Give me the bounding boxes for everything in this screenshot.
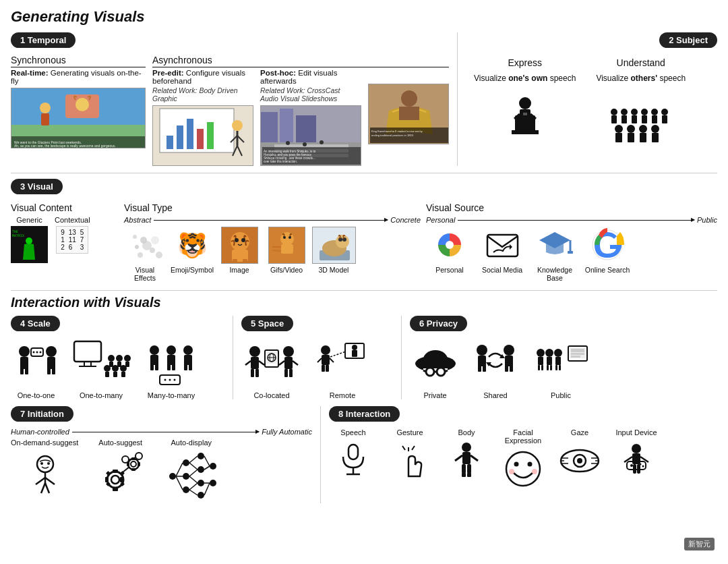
svg-point-204 — [554, 349, 562, 357]
svg-rect-218 — [571, 356, 580, 358]
svg-rect-13 — [187, 119, 193, 149]
svg-line-170 — [279, 361, 284, 365]
svg-line-257 — [176, 463, 183, 476]
svg-rect-3 — [41, 113, 49, 125]
svg-rect-300 — [632, 453, 640, 464]
privacy-block: 6 Privacy — [402, 316, 717, 399]
autosuggest-icon — [92, 449, 149, 503]
svg-rect-194 — [478, 365, 481, 372]
space-badge: 5 Space — [241, 316, 293, 331]
ondemand-label: On-demand-suggest — [11, 439, 78, 447]
svg-line-276 — [402, 446, 405, 450]
svg-point-2 — [40, 103, 51, 113]
svg-marker-108 — [510, 244, 512, 250]
svg-point-247 — [169, 473, 176, 480]
express-label: Express — [508, 57, 542, 68]
svg-rect-106 — [484, 227, 521, 264]
svg-rect-217 — [571, 353, 584, 355]
svg-point-53 — [621, 109, 628, 115]
svg-rect-63 — [662, 115, 667, 123]
type-image-label: Image — [229, 266, 249, 274]
svg-point-40 — [401, 90, 417, 107]
svg-rect-173 — [289, 369, 293, 377]
svg-rect-216 — [571, 349, 584, 352]
body-icon — [452, 439, 482, 486]
presenter-icon — [491, 88, 559, 149]
space-items: Co-located — [241, 338, 393, 399]
svg-rect-123 — [47, 366, 51, 374]
temporal-badge: 1 Temporal — [11, 32, 75, 48]
gesture-label: Gesture — [396, 428, 423, 436]
posthoc-related: Related Work: CrossCastAudio Visual Slid… — [260, 86, 361, 103]
svg-point-155 — [169, 379, 171, 381]
svg-point-67 — [651, 125, 659, 133]
svg-text:Ah, as you can see, the landsc: Ah, as you can see, the landscape is rea… — [14, 144, 116, 148]
svg-point-131 — [124, 355, 131, 362]
svg-point-113 — [19, 346, 30, 357]
initiation-autosuggest: Auto-suggest — [92, 439, 149, 503]
preedit-image — [152, 105, 253, 166]
content-contextual: Contextual 9135 1117 263 — [55, 216, 90, 254]
express-desc: Visualize one's own speech — [474, 74, 576, 83]
svg-point-65 — [627, 125, 635, 133]
async-sub-cols: Pre-edit: Configure visuals beforehand R… — [152, 69, 449, 166]
svg-rect-308 — [637, 464, 640, 474]
svg-point-130 — [116, 355, 123, 362]
personal-public-arrow — [458, 220, 694, 221]
svg-text:over take this interaction.: over take this interaction. — [264, 160, 297, 163]
svg-rect-150 — [184, 355, 192, 365]
space-colocated-label: Co-located — [253, 391, 289, 399]
body-label: Body — [458, 428, 475, 436]
public-icon — [530, 338, 591, 389]
svg-line-262 — [189, 470, 198, 476]
svg-point-104 — [342, 237, 346, 242]
svg-rect-58 — [611, 115, 617, 123]
understand-label: Understand — [617, 57, 665, 68]
svg-point-75 — [26, 237, 32, 244]
posthoc-svg: An interesting walk from Shinjuku, is to… — [261, 105, 361, 166]
abstract-label: Abstract — [124, 216, 151, 224]
fully-automatic-label: Fully Automatic — [262, 428, 312, 436]
svg-point-304 — [630, 464, 633, 467]
posthoc-image: An interesting walk from Shinjuku, is to… — [260, 105, 361, 166]
temporal-sub-row: Synchronous Real-time: Generating visual… — [11, 55, 449, 166]
svg-point-289 — [532, 469, 537, 474]
svg-rect-146 — [167, 355, 175, 365]
svg-rect-142 — [150, 355, 158, 365]
svg-line-243 — [123, 467, 129, 472]
privacy-public: Public — [530, 338, 591, 399]
one-to-one-icon — [11, 338, 61, 389]
scale-badge: 4 Scale — [11, 316, 60, 331]
svg-point-33 — [320, 140, 324, 144]
subject-badge: 2 Subject — [659, 32, 717, 48]
svg-point-254 — [198, 492, 204, 499]
svg-rect-197 — [505, 356, 513, 366]
svg-rect-136 — [117, 362, 121, 367]
svg-point-88 — [241, 238, 245, 242]
source-personal: Personal — [426, 227, 473, 274]
posthoc-desc: Post-hoc: Edit visuals afterwards — [260, 69, 361, 85]
source-social-media: Social Media — [479, 227, 526, 274]
svg-rect-148 — [172, 364, 175, 370]
svg-rect-281 — [462, 464, 466, 474]
scale-one-many-label: One-to-many — [80, 391, 123, 399]
one-to-many-icon — [71, 338, 131, 389]
audience-icon — [597, 88, 685, 149]
tiger-image — [221, 227, 258, 264]
svg-rect-152 — [189, 364, 192, 370]
source-social-label: Social Media — [482, 266, 522, 274]
svg-line-159 — [245, 361, 251, 365]
svg-rect-270 — [348, 445, 358, 459]
interaction-row: 4 Scale — [11, 316, 717, 399]
posthoc-label: Post-hoc: — [260, 69, 296, 77]
subject-badge-row: 2 Subject — [474, 32, 717, 52]
gif-image — [268, 227, 305, 264]
svg-point-292 — [577, 458, 582, 463]
initiation-items: On-demand-suggest — [11, 439, 312, 503]
generic-label: Generic — [16, 216, 42, 224]
concrete-label: Concrete — [390, 216, 421, 224]
kamehameha-svg: King Kamehameha II marked a new era by e… — [369, 84, 448, 144]
svg-point-221 — [47, 462, 50, 465]
matrix-svg: THE MATRIX — [11, 226, 48, 263]
source-personal-label: Personal — [435, 266, 463, 274]
